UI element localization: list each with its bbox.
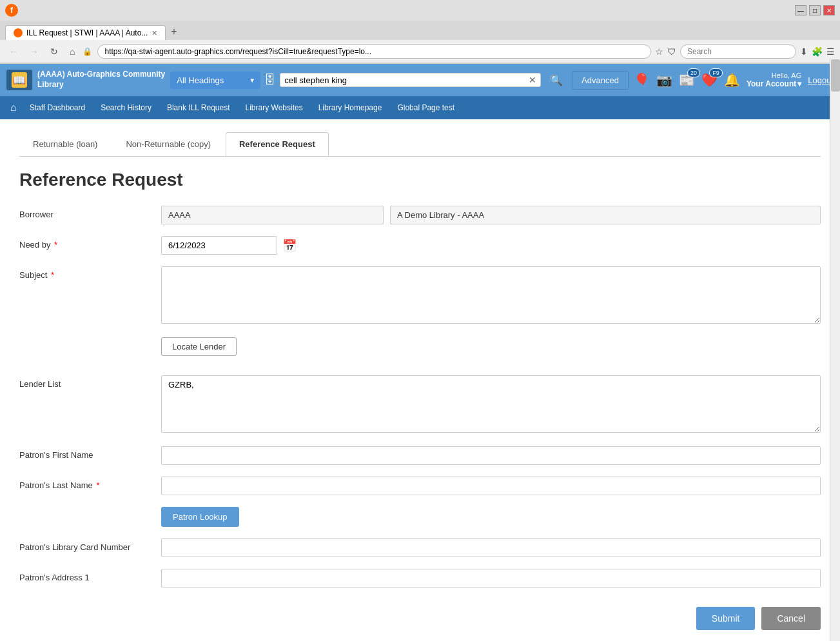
maximize-button[interactable]: □: [809, 5, 821, 15]
subject-required-mark: *: [51, 270, 54, 280]
menu-icon[interactable]: ☰: [826, 46, 835, 57]
app-name: (AAAA) Auto-Graphics Community Library: [37, 70, 165, 90]
search-input-wrapper: ✕: [280, 73, 541, 87]
bookmark-icon[interactable]: ☆: [655, 46, 663, 57]
shield-icon: 🛡: [667, 46, 676, 57]
locate-lender-button[interactable]: Locate Lender: [161, 337, 237, 356]
database-icon[interactable]: 🗄: [264, 74, 276, 87]
borrower-label: Borrower: [19, 206, 161, 219]
subject-row: Subject *: [19, 266, 821, 326]
patron-last-name-label: Patron's Last Name *: [19, 477, 161, 490]
form-actions: Submit Cancel: [19, 607, 821, 630]
newspaper-icon[interactable]: 📰 20: [679, 72, 695, 88]
search-bar: All Headings Title Author Subject ISBN ▼…: [170, 71, 629, 90]
locate-lender-row: Locate Lender: [19, 337, 821, 364]
advanced-search-button[interactable]: Advanced: [572, 71, 629, 90]
nav-item-search-history[interactable]: Search History: [94, 98, 158, 117]
need-by-controls: 📅: [161, 236, 821, 255]
address-icons: ⬇ 🧩 ☰: [800, 46, 835, 57]
borrower-row: Borrower AAAA A Demo Library - AAAA: [19, 206, 821, 224]
tab-non-returnable[interactable]: Non-Returnable (copy): [112, 132, 224, 156]
title-bar-left: f: [5, 4, 18, 17]
search-input[interactable]: [284, 75, 526, 85]
locate-lender-controls: Locate Lender: [161, 337, 821, 364]
nav-item-library-websites[interactable]: Library Websites: [239, 98, 309, 117]
back-button[interactable]: ←: [5, 45, 22, 58]
new-tab-button[interactable]: +: [166, 23, 182, 40]
home-nav-button[interactable]: ⌂: [66, 45, 79, 58]
cancel-button[interactable]: Cancel: [761, 607, 821, 630]
header-icons: 🎈 📷 📰 20 ❤️ F9 🔔 Hello, AG Your Account …: [634, 72, 834, 88]
tab-returnable[interactable]: Returnable (loan): [19, 132, 111, 156]
lender-list-row: Lender List GZRB,: [19, 375, 821, 435]
bell-icon[interactable]: 🔔: [724, 72, 740, 88]
patron-last-name-controls: [161, 477, 821, 495]
lender-list-controls: GZRB,: [161, 375, 821, 435]
browser-logo: f: [5, 4, 18, 17]
search-go-button[interactable]: 🔍: [545, 72, 568, 89]
download-icon[interactable]: ⬇: [800, 46, 808, 57]
nav-item-global-page[interactable]: Global Page test: [391, 98, 461, 117]
scrollbar[interactable]: [830, 58, 840, 641]
patron-last-name-required-mark: *: [96, 480, 99, 490]
search-clear-button[interactable]: ✕: [529, 75, 536, 85]
patron-address-row: Patron's Address 1: [19, 569, 821, 587]
patron-first-name-row: Patron's First Name: [19, 446, 821, 465]
address-bar: ← → ↻ ⌂ 🔒 ☆ 🛡 ⬇ 🧩 ☰: [0, 40, 840, 63]
forward-button[interactable]: →: [26, 45, 43, 58]
tab-title: ILL Request | STWI | AAAA | Auto...: [26, 28, 148, 37]
submit-button[interactable]: Submit: [696, 607, 756, 630]
need-by-required-mark: *: [54, 240, 57, 250]
request-tabs: Returnable (loan) Non-Returnable (copy) …: [19, 132, 821, 157]
browser-chrome: f — □ ✕ ILL Request | STWI | AAAA | Auto…: [0, 0, 840, 64]
patron-first-name-input[interactable]: [161, 446, 821, 465]
patron-lookup-controls: Patron Lookup: [161, 507, 821, 527]
need-by-date-input[interactable]: [161, 236, 277, 255]
user-info[interactable]: Hello, AG Your Account ▾: [747, 72, 801, 88]
refresh-button[interactable]: ↻: [46, 45, 62, 58]
patron-library-card-row: Patron's Library Card Number: [19, 538, 821, 557]
patron-first-name-controls: [161, 446, 821, 465]
browser-search-input[interactable]: [680, 44, 796, 59]
date-wrapper: 📅: [161, 236, 821, 255]
heart-badge: F9: [709, 68, 723, 77]
hotair-balloon-icon[interactable]: 🎈: [634, 72, 650, 88]
tab-reference-request[interactable]: Reference Request: [226, 132, 329, 156]
nav-item-blank-ill[interactable]: Blank ILL Request: [161, 98, 237, 117]
scroll-thumb[interactable]: [831, 59, 840, 92]
patron-last-name-input[interactable]: [161, 477, 821, 495]
user-account-link[interactable]: Your Account ▾: [747, 79, 801, 88]
need-by-label: Need by *: [19, 236, 161, 250]
tab-favicon: [14, 28, 23, 37]
patron-lookup-row: Patron Lookup: [19, 507, 821, 527]
calendar-icon-button[interactable]: 📅: [282, 239, 297, 253]
browser-tab-active[interactable]: ILL Request | STWI | AAAA | Auto... ✕: [5, 25, 166, 40]
main-content: Returnable (loan) Non-Returnable (copy) …: [0, 119, 840, 641]
patron-address-input[interactable]: [161, 569, 821, 587]
logo-icon: 📖: [12, 72, 27, 88]
close-button[interactable]: ✕: [823, 5, 835, 15]
patron-library-card-input[interactable]: [161, 538, 821, 557]
minimize-button[interactable]: —: [795, 5, 806, 15]
user-hello: Hello, AG: [747, 72, 801, 79]
app-header: 📖 (AAAA) Auto-Graphics Community Library…: [0, 64, 840, 96]
nav-item-library-homepage[interactable]: Library Homepage: [312, 98, 389, 117]
extensions-icon[interactable]: 🧩: [812, 46, 823, 57]
subject-textarea[interactable]: [161, 266, 821, 324]
subject-controls: [161, 266, 821, 326]
patron-library-card-controls: [161, 538, 821, 557]
window-controls: — □ ✕: [795, 5, 835, 15]
newspaper-badge: 20: [687, 68, 700, 77]
home-icon[interactable]: ⌂: [6, 97, 21, 119]
need-by-row: Need by * 📅: [19, 236, 821, 255]
heart-icon[interactable]: ❤️ F9: [701, 72, 718, 88]
nav-bar: ⌂ Staff Dashboard Search History Blank I…: [0, 96, 840, 119]
lender-list-textarea[interactable]: GZRB,: [161, 375, 821, 433]
content-area: Returnable (loan) Non-Returnable (copy) …: [0, 119, 840, 641]
camera-icon[interactable]: 📷: [656, 72, 672, 88]
tab-close-button[interactable]: ✕: [151, 29, 157, 37]
heading-select[interactable]: All Headings Title Author Subject ISBN: [170, 72, 260, 89]
address-input[interactable]: [97, 44, 651, 59]
patron-lookup-button[interactable]: Patron Lookup: [161, 507, 239, 527]
nav-item-staff-dashboard[interactable]: Staff Dashboard: [23, 98, 92, 117]
